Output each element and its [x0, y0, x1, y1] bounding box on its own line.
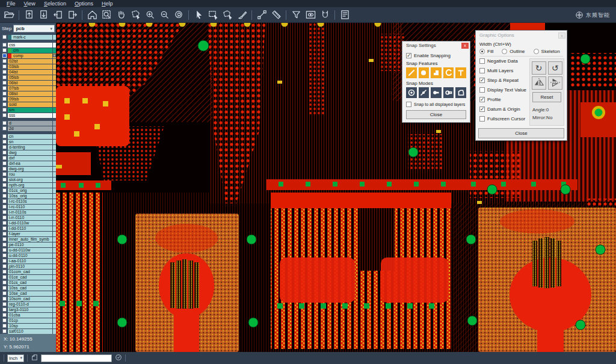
layer-visibility-checkbox[interactable]: [2, 64, 7, 69]
graphic-dialog-titlebar[interactable]: Graphic Options x: [476, 31, 567, 40]
snap-pad-button[interactable]: [419, 67, 430, 78]
layer-row[interactable]: saf0110: [1, 329, 56, 334]
snap-all-layers-checkbox[interactable]: [406, 102, 411, 107]
layer-row[interactable]: sm: [1, 107, 56, 113]
measure-ruler-button[interactable]: [269, 8, 283, 22]
layer-visibility-checkbox[interactable]: [2, 232, 7, 236]
flip-horizontal-button[interactable]: [532, 76, 546, 90]
layer-visibility-checkbox[interactable]: [2, 253, 7, 258]
next-step-button[interactable]: [65, 8, 79, 22]
snap-arc-button[interactable]: [443, 67, 454, 78]
open-folder-button[interactable]: [2, 8, 16, 22]
close-icon[interactable]: x: [558, 32, 565, 39]
rotate-ccw-button[interactable]: ↺: [548, 61, 562, 75]
layer-visibility-checkbox[interactable]: [2, 102, 7, 106]
zoom-polygon-button[interactable]: [128, 8, 143, 22]
layer-row[interactable]: dxf: [1, 155, 56, 161]
layer-visibility-checkbox[interactable]: [2, 226, 7, 230]
reset-button[interactable]: Reset: [532, 92, 561, 102]
flip-vertical-button[interactable]: [548, 76, 562, 90]
layer-visibility-checkbox[interactable]: [2, 307, 7, 312]
layer-row[interactable]: 08lst: [1, 91, 56, 96]
layer-visibility-checkbox[interactable]: [2, 242, 7, 247]
layer-row[interactable]: slot-org: [1, 177, 56, 182]
layer-row[interactable]: u-dd-0110w: [1, 247, 56, 253]
layer-row[interactable]: css: [1, 42, 56, 48]
layer-row[interactable]: dwg: [1, 150, 56, 155]
layer-visibility-checkbox[interactable]: [2, 199, 7, 203]
layer-visibility-checkbox[interactable]: [2, 108, 7, 112]
zoom-previous-button[interactable]: [171, 8, 186, 22]
layer-row[interactable]: 10scm_cad: [1, 296, 56, 301]
layer-visibility-checkbox[interactable]: [2, 75, 7, 79]
select-polygon-button[interactable]: [220, 8, 235, 22]
zoom-in-button[interactable]: [143, 8, 157, 22]
layer-visibility-checkbox[interactable]: [2, 248, 7, 252]
option-negative-data[interactable]: Negative Data: [479, 58, 529, 64]
layer-visibility-checkbox[interactable]: [2, 150, 7, 155]
layer-visibility-checkbox[interactable]: [2, 113, 7, 117]
layer-visibility-checkbox[interactable]: [2, 194, 7, 198]
layer-visibility-checkbox[interactable]: [2, 48, 7, 52]
layer-row[interactable]: sn: [1, 139, 56, 144]
option-datum-origin[interactable]: Datum & Origin: [479, 106, 529, 112]
layer-row[interactable]: pe-0110: [1, 242, 56, 247]
layer-row[interactable]: cm: [1, 48, 56, 53]
enable-snapping-option[interactable]: Enable Snapping: [406, 53, 466, 58]
layer-row[interactable]: sss: [1, 113, 56, 118]
layer-row[interactable]: 03lsb: [1, 64, 56, 69]
layer-row[interactable]: 01ccm_cad: [1, 269, 56, 274]
layer-row[interactable]: 01cba: [1, 312, 56, 318]
layer-visibility-checkbox[interactable]: [2, 264, 7, 268]
layer-row[interactable]: i-aa-0110: [1, 258, 56, 264]
layer-row[interactable]: inner_auto_film_symb: [1, 236, 56, 242]
layer-visibility-checkbox[interactable]: [2, 121, 7, 125]
refresh-circle-icon[interactable]: [115, 353, 122, 363]
layer-visibility-checkbox[interactable]: [2, 145, 7, 149]
rotate-cw-button[interactable]: ↻: [532, 61, 546, 75]
layer-row[interactable]: f-layer: [1, 231, 56, 236]
layer-visibility-checkbox[interactable]: [2, 210, 7, 214]
layer-visibility-checkbox[interactable]: [2, 86, 7, 90]
layer-visibility-checkbox[interactable]: [2, 291, 7, 295]
layer-visibility-checkbox[interactable]: [2, 156, 7, 160]
menu-view[interactable]: View: [20, 0, 40, 7]
layer-visibility-checkbox[interactable]: [2, 81, 7, 85]
option-step-repeat[interactable]: Step & Repeat: [479, 78, 529, 83]
snap-close-button[interactable]: Close: [406, 110, 466, 119]
layer-row[interactable]: rou: [1, 171, 56, 177]
layer-row[interactable]: i-rr-0110: [1, 215, 56, 220]
layer-visibility-checkbox[interactable]: [2, 221, 7, 225]
paint-brush-button[interactable]: [235, 8, 249, 22]
option-fullscreen-cursor[interactable]: Fullscreen Cursor: [479, 116, 529, 122]
layer-visibility-checkbox[interactable]: [2, 318, 7, 322]
layer-visibility-checkbox[interactable]: [2, 324, 7, 328]
layer-row[interactable]: 07lsb: [1, 85, 56, 91]
layer-visibility-checkbox[interactable]: [2, 302, 7, 306]
select-arrow-button[interactable]: [191, 8, 206, 22]
layer-visibility-checkbox[interactable]: [2, 177, 7, 182]
layer-row[interactable]: d-tenting: [1, 144, 56, 150]
layer-visibility-checkbox[interactable]: [2, 297, 7, 301]
snap-line-point-button[interactable]: [419, 87, 430, 98]
option-display-text-value[interactable]: Display Text Value: [479, 87, 529, 93]
layer-row[interactable]: cn: [1, 134, 56, 139]
layer-row[interactable]: 10ss_orig: [1, 193, 56, 199]
import-file-button[interactable]: [22, 8, 36, 22]
layer-row[interactable]: sold: [1, 102, 56, 107]
layer-visibility-checkbox[interactable]: [2, 43, 7, 47]
layer-row[interactable]: 09lsb: [1, 96, 56, 102]
layer-visibility-checkbox[interactable]: [2, 91, 7, 96]
layer-row[interactable]: reg-0110-d: [1, 301, 56, 307]
step-select[interactable]: pcb ▾: [13, 25, 55, 32]
layer-row[interactable]: targ3-0110: [1, 307, 56, 312]
prev-step-button[interactable]: [51, 8, 65, 22]
layer-visibility-checkbox[interactable]: [2, 329, 7, 333]
snap-all-layers-option[interactable]: Snap to all displayed layers: [406, 102, 466, 107]
menu-help[interactable]: Help: [97, 0, 117, 7]
snap-pad-solid-button[interactable]: [431, 87, 442, 98]
layer-visibility-checkbox[interactable]: [2, 134, 7, 138]
layer-row[interactable]: 01cs_cad: [1, 280, 56, 285]
snap-magnet-button[interactable]: [318, 8, 332, 22]
width-radio-outline[interactable]: Outline: [502, 49, 525, 54]
